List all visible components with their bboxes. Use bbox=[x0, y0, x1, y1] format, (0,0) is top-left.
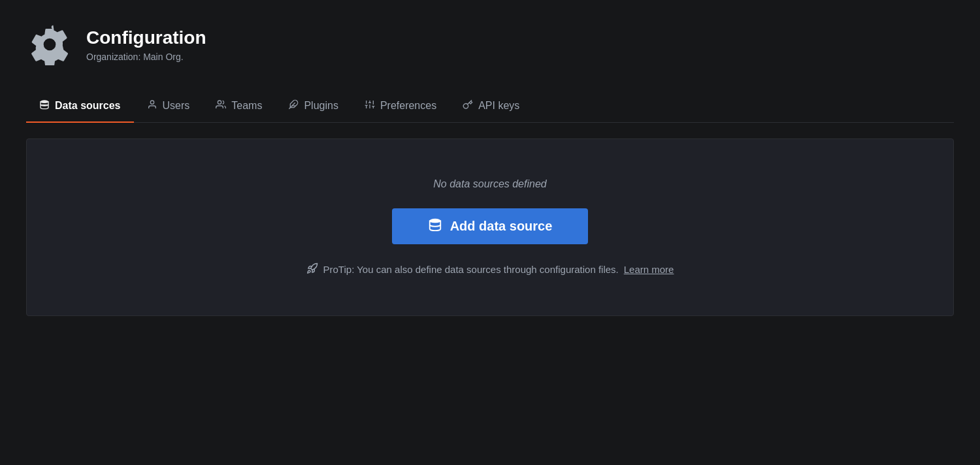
header: Configuration Organization: Main Org. bbox=[26, 21, 954, 68]
tab-api-keys[interactable]: API keys bbox=[449, 91, 532, 123]
svg-point-2 bbox=[150, 101, 154, 104]
empty-state-message: No data sources defined bbox=[433, 178, 546, 190]
tab-api-keys-label: API keys bbox=[478, 100, 519, 112]
tab-plugins[interactable]: Plugins bbox=[275, 91, 351, 123]
tab-teams[interactable]: Teams bbox=[203, 91, 275, 123]
tab-data-sources[interactable]: Data sources bbox=[26, 91, 134, 123]
learn-more-link[interactable]: Learn more bbox=[624, 264, 674, 275]
add-data-source-label: Add data source bbox=[450, 219, 553, 234]
page-subtitle: Organization: Main Org. bbox=[86, 52, 206, 62]
empty-state-card: No data sources defined Add data source bbox=[26, 138, 954, 316]
page-title: Configuration bbox=[86, 27, 206, 49]
tab-preferences-label: Preferences bbox=[380, 100, 436, 112]
svg-point-3 bbox=[218, 101, 221, 104]
protip-row: ProTip: You can also define data sources… bbox=[306, 263, 674, 276]
add-datasource-db-icon bbox=[428, 217, 442, 235]
tab-plugins-label: Plugins bbox=[304, 100, 338, 112]
page-container: Configuration Organization: Main Org. Da… bbox=[0, 0, 980, 332]
tab-teams-label: Teams bbox=[231, 100, 262, 112]
tab-data-sources-label: Data sources bbox=[55, 100, 121, 112]
add-data-source-button[interactable]: Add data source bbox=[392, 208, 588, 244]
tabs-container: Data sources Users Teams bbox=[26, 91, 954, 123]
users-icon bbox=[216, 99, 226, 112]
tab-users[interactable]: Users bbox=[134, 91, 203, 123]
sliders-icon bbox=[365, 99, 375, 112]
database-icon bbox=[39, 99, 50, 112]
tab-preferences[interactable]: Preferences bbox=[351, 91, 449, 123]
content-area: No data sources defined Add data source bbox=[26, 123, 954, 332]
key-icon bbox=[463, 99, 473, 112]
tab-users-label: Users bbox=[163, 100, 190, 112]
gear-icon bbox=[26, 21, 73, 68]
header-text: Configuration Organization: Main Org. bbox=[86, 27, 206, 62]
plugin-icon bbox=[288, 99, 299, 112]
protip-text: ProTip: You can also define data sources… bbox=[323, 264, 619, 275]
rocket-icon bbox=[306, 263, 318, 276]
user-icon bbox=[147, 99, 157, 112]
